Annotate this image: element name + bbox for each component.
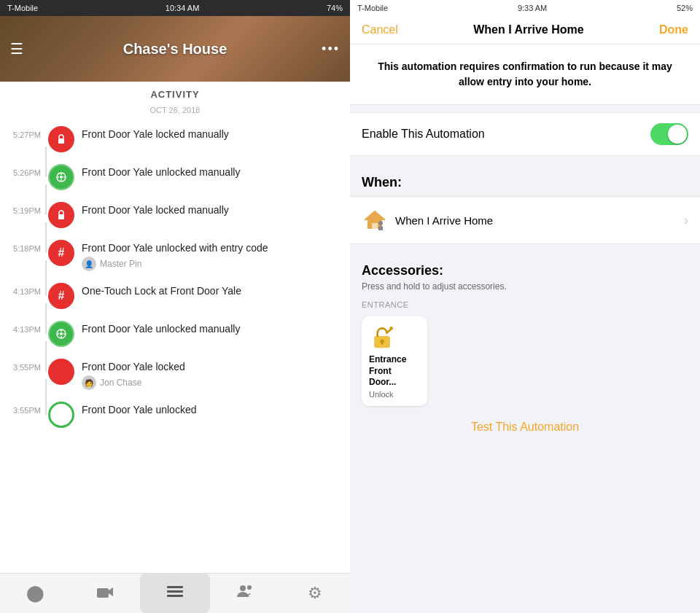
enable-toggle[interactable] [650,123,688,145]
act-text: Front Door Yale unlocked manually [82,322,343,335]
hamburger-button[interactable]: ☰ [10,40,23,58]
accessories-subtitle: Press and hold to adjust accessories. [350,281,700,297]
bottom-nav: ⬤ [0,573,350,613]
svg-point-23 [378,221,383,225]
arrive-home-icon [362,207,388,233]
left-panel: T-Mobile 10:34 AM 74% ☰ Chase's House ••… [0,0,350,613]
list-item: 5:27PM Front Door Yale locked manually [7,120,343,158]
list-item: 5:19PM Front Door Yale locked manually [7,196,343,234]
act-text: One-Touch Lock at Front Door Yale [82,284,343,297]
nav-home[interactable]: ⬤ [0,574,70,613]
svg-point-20 [247,585,252,590]
act-text: Front Door Yale unlocked with entry code [82,241,343,254]
accessory-name: Entrance Front Door... [369,354,420,389]
svg-marker-15 [109,587,113,596]
svg-point-19 [240,585,246,591]
left-header: ☰ Chase's House ••• [0,16,350,82]
right-time: 9:33 AM [518,4,547,12]
svg-rect-17 [167,590,183,593]
house-title: Chase's House [123,41,228,58]
when-title: When: [362,175,402,190]
act-content: Front Door Yale unlocked with entry code… [82,240,343,271]
settings-icon: ⚙ [308,584,322,603]
svg-point-2 [60,176,63,179]
list-item: 3:55PM Front Door Yale locked 🧑 Jon Chas… [7,353,343,396]
act-time: 5:18PM [7,240,41,253]
list-icon [167,584,183,603]
svg-point-25 [389,327,393,330]
home-icon: ⬤ [26,584,44,603]
accessories-cards: Entrance Front Door... Unlock [350,313,700,409]
act-sub: 🧑 Jon Chase [82,375,343,390]
when-header: When: [350,163,700,196]
act-time: 4:13PM [7,283,41,296]
svg-rect-16 [167,586,183,588]
list-item: 3:55PM Front Door Yale unlocked [7,396,343,434]
act-time: 4:13PM [7,321,41,334]
enable-automation-row: Enable This Automation [350,112,700,156]
unlock-icon-green [48,321,74,347]
list-item: 5:26PM Front Door Yale unlocked manually [7,158,343,196]
activity-list: 5:27PM Front Door Yale locked manually 5… [0,120,350,434]
act-time: 5:27PM [7,126,41,139]
lock-icon-red [48,126,74,152]
keypad-icon-red: # [48,240,74,266]
nav-camera[interactable] [70,574,140,613]
accessories-title: Accessories: [350,251,700,281]
nav-activity[interactable] [140,574,210,613]
act-text: Front Door Yale locked manually [82,203,343,216]
avatar: 🧑 [82,375,96,390]
act-content: Front Door Yale unlocked manually [82,321,343,335]
act-text: Front Door Yale locked manually [82,128,343,141]
lock-icon-red [48,359,74,385]
when-trigger-row[interactable]: When I Arrive Home › [350,196,700,244]
nav-users[interactable] [210,574,280,613]
accessory-card[interactable]: Entrance Front Door... Unlock [362,316,427,406]
right-battery: 52% [677,4,693,12]
svg-point-9 [60,332,63,335]
sub-text: Jon Chase [100,378,141,388]
cancel-button[interactable]: Cancel [362,23,398,36]
list-item: 5:18PM # Front Door Yale unlocked with e… [7,234,343,277]
act-content: Front Door Yale locked manually [82,202,343,216]
nav-settings[interactable]: ⚙ [280,574,350,613]
sub-text: Master Pin [100,259,141,269]
accessories-section: Accessories: Press and hold to adjust ac… [350,251,700,409]
more-button[interactable]: ••• [322,42,340,57]
svg-rect-27 [381,341,384,345]
when-trigger-label: When I Arrive Home [395,214,684,227]
activity-title: ACTIVITY [0,82,350,103]
camera-icon [96,584,114,603]
act-text: Front Door Yale unlocked [82,403,343,416]
right-header: Cancel When I Arrive Home Done [350,16,700,44]
right-status-bar: T-Mobile 9:33 AM 52% [350,0,700,16]
entrance-label: ENTRANCE [350,297,700,313]
act-content: Front Door Yale unlocked [82,402,343,416]
act-text: Front Door Yale unlocked manually [82,165,343,179]
users-icon [237,584,253,603]
toggle-knob [668,125,687,144]
act-content: Front Door Yale locked manually [82,126,343,141]
unlock-open-icon [48,402,74,428]
activity-section: ACTIVITY OCT 26, 2018 5:27PM Front Door … [0,82,350,573]
act-content: One-Touch Lock at Front Door Yale [82,283,343,297]
svg-rect-7 [58,214,64,219]
lock-icon-red [48,202,74,228]
enable-label: Enable This Automation [362,128,485,141]
svg-rect-0 [58,138,64,144]
done-button[interactable]: Done [659,23,688,36]
svg-rect-14 [97,588,109,598]
left-battery: 74% [327,4,343,12]
act-content: Front Door Yale unlocked manually [82,164,343,179]
act-time: 5:19PM [7,202,41,215]
act-content: Front Door Yale locked 🧑 Jon Chase [82,359,343,390]
avatar: 👤 [82,257,96,271]
left-status-bar: T-Mobile 10:34 AM 74% [0,0,350,16]
when-section: When: When I Arrive Home › [350,163,700,244]
right-panel: T-Mobile 9:33 AM 52% Cancel When I Arriv… [350,0,700,613]
act-time: 3:55PM [7,402,41,415]
unlock-padlock-icon [369,324,395,350]
left-carrier: T-Mobile [7,4,38,12]
test-automation-button[interactable]: Test This Automation [471,421,579,433]
left-time: 10:34 AM [166,4,199,12]
